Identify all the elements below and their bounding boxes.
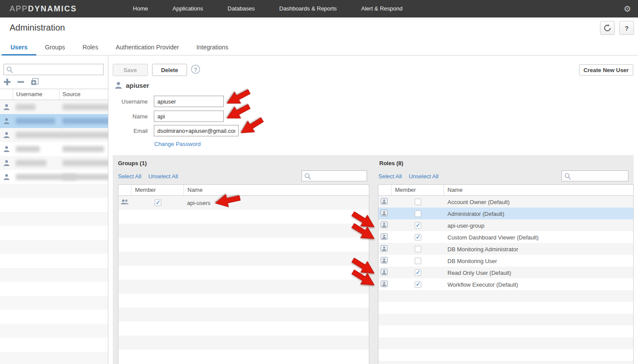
add-user-button[interactable]	[3, 78, 11, 86]
nav-item-home[interactable]: Home	[121, 0, 160, 17]
redacted-username	[16, 118, 55, 124]
user-row[interactable]	[0, 100, 108, 114]
redacted-source	[62, 118, 108, 124]
tab-authentication-provider[interactable]: Authentication Provider	[107, 40, 188, 55]
empty-row	[0, 310, 108, 324]
account-owner-default-row[interactable]: Account Owner (Default)	[378, 196, 633, 208]
empty-row	[118, 350, 369, 364]
redacted-source	[62, 132, 108, 138]
groups-select-all-link[interactable]: Select All	[118, 173, 141, 180]
account-owner-default-member-checkbox[interactable]	[415, 198, 421, 205]
save-button[interactable]: Save	[113, 64, 148, 76]
tab-roles[interactable]: Roles	[74, 40, 107, 55]
empty-row	[0, 352, 108, 364]
user-icon-column-header	[0, 89, 13, 100]
empty-row	[118, 280, 369, 294]
administrator-default-row[interactable]: Administrator (Default)	[378, 208, 633, 219]
roles-table: Member Name Account Owner (Default)Admin…	[378, 184, 634, 364]
change-password-link[interactable]: Change Password	[154, 141, 201, 147]
groups-unselect-all-link[interactable]: Unselect All	[148, 173, 178, 180]
plus-icon	[3, 78, 11, 86]
row-name: Custom Dashboard Viewer (Default)	[447, 234, 539, 240]
roles-unselect-all-link[interactable]: Unselect All	[409, 173, 438, 180]
roles-search-input[interactable]	[572, 171, 626, 180]
user-row[interactable]	[0, 142, 108, 156]
user-search-input[interactable]	[14, 65, 101, 74]
roles-panel-title: Roles (8)	[379, 160, 403, 166]
empty-row	[378, 361, 633, 364]
nav-item-databases[interactable]: Databases	[215, 0, 267, 17]
remove-user-button[interactable]	[17, 78, 24, 86]
empty-row	[0, 324, 108, 338]
person-icon	[3, 159, 10, 166]
email-field[interactable]	[154, 125, 239, 136]
custom-dashboard-viewer-default-member-checkbox[interactable]	[415, 234, 421, 240]
user-row[interactable]	[0, 170, 108, 184]
workflow-executor-default-row[interactable]: Workflow Executor (Default)	[378, 278, 633, 290]
workflow-executor-default-member-checkbox[interactable]	[415, 281, 421, 288]
username-field[interactable]	[154, 96, 224, 107]
redacted-source	[62, 174, 108, 180]
logo-app-text: APP	[10, 4, 28, 13]
role-badge-icon	[381, 222, 388, 228]
db-monitoring-user-row[interactable]: DB Monitoring User	[378, 255, 633, 267]
roles-select-all-link[interactable]: Select All	[378, 173, 402, 180]
custom-dashboard-viewer-default-row[interactable]: Custom Dashboard Viewer (Default)	[378, 231, 633, 243]
annotation-arrow-username	[223, 84, 253, 110]
empty-row	[118, 322, 369, 336]
db-monitoring-user-member-checkbox[interactable]	[415, 257, 421, 264]
username-label: Username	[113, 98, 148, 105]
group-icon-column-header	[118, 185, 132, 195]
empty-row	[0, 226, 108, 240]
empty-row	[118, 336, 369, 350]
form-help-icon[interactable]: ?	[191, 65, 200, 74]
empty-row	[378, 302, 633, 314]
admin-tabbar: UsersGroupsRolesAuthentication ProviderI…	[0, 40, 638, 55]
person-icon	[3, 132, 10, 139]
gear-icon[interactable]: ⚙	[624, 0, 631, 17]
help-button[interactable]: ?	[619, 21, 634, 35]
empty-row	[118, 294, 369, 308]
user-row[interactable]	[0, 156, 108, 170]
groups-links: Select All Unselect All	[118, 173, 178, 180]
empty-row	[0, 212, 108, 226]
delete-button[interactable]: Delete	[152, 64, 187, 76]
nav-item-applications[interactable]: Applications	[160, 0, 215, 17]
groups-search-box	[302, 170, 367, 181]
empty-row	[118, 224, 369, 238]
redacted-source	[62, 146, 104, 152]
user-row[interactable]	[0, 128, 108, 142]
db-monitoring-administrator-row[interactable]: DB Monitoring Administrator	[378, 243, 633, 255]
tab-groups[interactable]: Groups	[36, 40, 74, 55]
roles-name-column-header: Name	[444, 185, 633, 195]
read-only-user-default-member-checkbox[interactable]	[415, 269, 421, 276]
tab-users[interactable]: Users	[2, 40, 36, 55]
api-user-group-member-checkbox[interactable]	[415, 222, 421, 229]
empty-row	[0, 254, 108, 268]
copy-user-button[interactable]	[31, 78, 39, 86]
source-column-header: Source	[59, 89, 108, 100]
refresh-button[interactable]	[600, 21, 615, 35]
search-icon	[6, 66, 13, 73]
user-list-actions	[3, 77, 39, 87]
role-icon-column-header	[378, 185, 392, 195]
empty-row	[378, 314, 633, 326]
read-only-user-default-row[interactable]: Read Only User (Default)	[378, 267, 633, 278]
email-form-row: Email	[113, 125, 239, 136]
db-monitoring-administrator-member-checkbox[interactable]	[415, 246, 421, 252]
groups-name-column-header: Name	[184, 185, 369, 195]
groups-panel-title: Groups (1)	[118, 160, 147, 166]
create-new-user-button[interactable]: Create New User	[579, 64, 633, 76]
tab-integrations[interactable]: Integrations	[187, 40, 237, 55]
name-field[interactable]	[154, 111, 224, 122]
nav-item-alert-respond[interactable]: Alert & Respond	[349, 0, 415, 17]
role-badge-icon	[381, 233, 388, 240]
api-users-row[interactable]: api-users	[118, 196, 369, 210]
nav-item-dashboards-reports[interactable]: Dashboards & Reports	[267, 0, 349, 17]
api-user-group-row[interactable]: api-user-group	[378, 219, 633, 231]
api-users-member-checkbox[interactable]	[155, 200, 161, 206]
administrator-default-member-checkbox[interactable]	[415, 210, 421, 217]
users-sidebar: Username Source	[0, 56, 108, 364]
groups-search-input[interactable]	[312, 171, 365, 180]
user-row[interactable]	[0, 114, 108, 128]
